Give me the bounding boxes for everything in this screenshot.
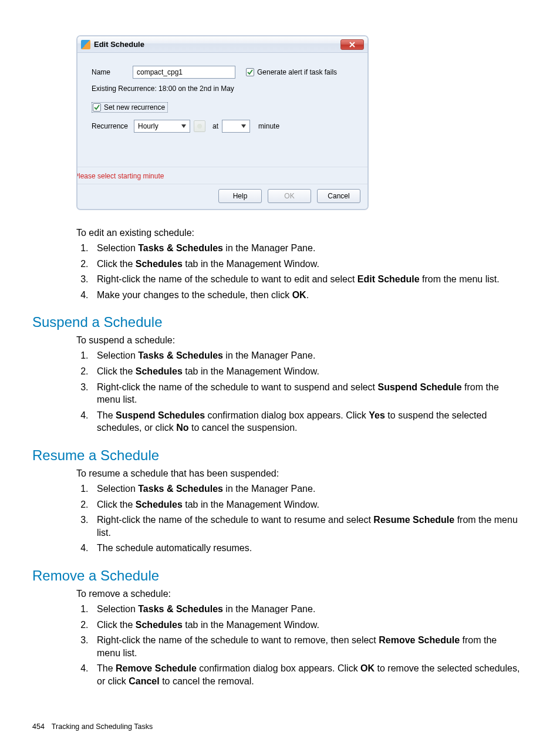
edit-steps: Selection Tasks & Schedules in the Manag… <box>91 242 528 301</box>
list-item: Selection Tasks & Schedules in the Manag… <box>91 242 521 255</box>
suspend-heading: Suspend a Schedule <box>32 314 528 330</box>
list-item: The Remove Schedule confirmation dialog … <box>91 662 521 687</box>
list-item: Click the Schedules tab in the Managemen… <box>91 365 521 378</box>
cancel-button[interactable]: Cancel <box>317 189 360 203</box>
existing-recurrence-text: Existing Recurrence: 18:00 on the 2nd in… <box>92 85 353 93</box>
minute-select[interactable] <box>222 120 250 133</box>
list-item: Right-click the name of the schedule to … <box>91 381 521 406</box>
resume-steps: Selection Tasks & Schedules in the Manag… <box>91 482 528 555</box>
suspend-steps: Selection Tasks & Schedules in the Manag… <box>91 349 528 434</box>
list-item: The Suspend Schedules confirmation dialo… <box>91 409 521 434</box>
resume-intro: To resume a schedule that has been suspe… <box>76 468 528 479</box>
edit-schedule-dialog: Edit Schedule Name Generate alert if tas… <box>76 35 369 210</box>
list-item: The schedule automatically resumes. <box>91 542 521 555</box>
recurrence-value: Hourly <box>138 122 179 130</box>
name-label: Name <box>92 68 133 76</box>
set-new-recurrence-wrapper: Set new recurrence <box>92 102 168 113</box>
help-button[interactable]: Help <box>218 189 262 203</box>
generate-alert-checkbox[interactable] <box>246 68 254 76</box>
list-item: Make your changes to the schedule, then … <box>91 289 521 302</box>
page-number: 454 <box>32 723 45 731</box>
remove-intro: To remove a schedule: <box>76 589 528 599</box>
list-item: Click the Schedules tab in the Managemen… <box>91 258 521 271</box>
check-icon <box>94 104 100 110</box>
list-item: Selection Tasks & Schedules in the Manag… <box>91 603 521 616</box>
edit-intro: To edit an existing schedule: <box>76 228 528 238</box>
generate-alert-label: Generate alert if task fails <box>257 68 337 76</box>
at-label: at <box>212 122 218 130</box>
list-item: Click the Schedules tab in the Managemen… <box>91 498 521 511</box>
suspend-intro: To suspend a schedule: <box>76 335 528 346</box>
remove-heading: Remove a Schedule <box>32 568 528 584</box>
chapter-title: Tracking and Scheduling Tasks <box>52 723 153 731</box>
ok-button[interactable]: OK <box>268 189 311 203</box>
list-item: Right-click the name of the schedule to … <box>91 634 521 659</box>
close-icon <box>349 42 355 48</box>
check-icon <box>247 69 253 75</box>
list-item: Click the Schedules tab in the Managemen… <box>91 619 521 632</box>
resume-heading: Resume a Schedule <box>32 447 528 464</box>
set-new-recurrence-label: Set new recurrence <box>104 103 165 112</box>
list-item: Right-click the name of the schedule to … <box>91 514 521 539</box>
dialog-titlebar[interactable]: Edit Schedule <box>77 36 367 53</box>
page-footer: 454Tracking and Scheduling Tasks <box>32 723 528 731</box>
dialog-title: Edit Schedule <box>94 40 340 49</box>
chevron-down-icon <box>239 121 248 131</box>
minute-label: minute <box>258 122 279 130</box>
validation-warning: Please select starting minute <box>76 167 369 184</box>
calendar-icon <box>194 120 205 132</box>
remove-steps: Selection Tasks & Schedules in the Manag… <box>91 603 528 688</box>
list-item: Right-click the name of the schedule to … <box>91 273 521 286</box>
app-icon <box>81 40 90 49</box>
set-new-recurrence-checkbox[interactable] <box>93 103 101 112</box>
list-item: Selection Tasks & Schedules in the Manag… <box>91 349 521 362</box>
recurrence-select[interactable]: Hourly <box>134 120 190 133</box>
recurrence-label: Recurrence <box>92 122 128 130</box>
chevron-down-icon <box>179 121 188 131</box>
close-button[interactable] <box>340 39 364 50</box>
list-item: Selection Tasks & Schedules in the Manag… <box>91 482 521 495</box>
name-input[interactable] <box>133 66 235 79</box>
